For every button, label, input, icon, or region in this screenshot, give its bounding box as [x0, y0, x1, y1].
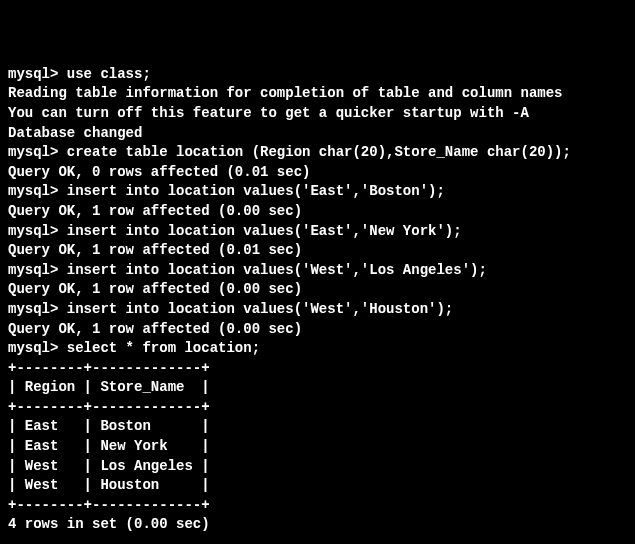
- command-insert: insert into location values('West','Los …: [67, 262, 487, 278]
- prompt-line: mysql> insert into location values('West…: [8, 300, 627, 320]
- output-text: Query OK, 1 row affected (0.01 sec): [8, 241, 627, 261]
- output-text: Query OK, 0 rows affected (0.01 sec): [8, 163, 627, 183]
- table-separator: +--------+-------------+: [8, 359, 627, 379]
- table-row: | East | Boston |: [8, 417, 627, 437]
- table-separator: +--------+-------------+: [8, 496, 627, 516]
- mysql-prompt: mysql>: [8, 144, 67, 160]
- command-insert: insert into location values('East','Bost…: [67, 183, 445, 199]
- command-insert: insert into location values('East','New …: [67, 223, 462, 239]
- table-separator: +--------+-------------+: [8, 398, 627, 418]
- mysql-prompt: mysql>: [8, 66, 67, 82]
- mysql-prompt: mysql>: [8, 340, 67, 356]
- output-text: 4 rows in set (0.00 sec): [8, 515, 627, 535]
- mysql-prompt: mysql>: [8, 223, 67, 239]
- output-text: Query OK, 1 row affected (0.00 sec): [8, 202, 627, 222]
- prompt-line: mysql> insert into location values('East…: [8, 182, 627, 202]
- output-text: Query OK, 1 row affected (0.00 sec): [8, 320, 627, 340]
- prompt-line: mysql> create table location (Region cha…: [8, 143, 627, 163]
- mysql-prompt: mysql>: [8, 262, 67, 278]
- mysql-prompt: mysql>: [8, 183, 67, 199]
- command-select: select * from location;: [67, 340, 260, 356]
- output-text: Database changed: [8, 124, 627, 144]
- output-text: Reading table information for completion…: [8, 84, 627, 104]
- output-text: Query OK, 1 row affected (0.00 sec): [8, 280, 627, 300]
- output-text: You can turn off this feature to get a q…: [8, 104, 627, 124]
- mysql-prompt: mysql>: [8, 301, 67, 317]
- prompt-line: mysql> insert into location values('West…: [8, 261, 627, 281]
- table-row: | West | Los Angeles |: [8, 457, 627, 477]
- command-insert: insert into location values('West','Hous…: [67, 301, 453, 317]
- table-row: | West | Houston |: [8, 476, 627, 496]
- command-create: create table location (Region char(20),S…: [67, 144, 571, 160]
- prompt-line: mysql> use class;: [8, 65, 627, 85]
- terminal[interactable]: mysql> use class;Reading table informati…: [8, 65, 627, 535]
- prompt-line: mysql> select * from location;: [8, 339, 627, 359]
- table-header: | Region | Store_Name |: [8, 378, 627, 398]
- command-use: use class;: [67, 66, 151, 82]
- prompt-line: mysql> insert into location values('East…: [8, 222, 627, 242]
- table-row: | East | New York |: [8, 437, 627, 457]
